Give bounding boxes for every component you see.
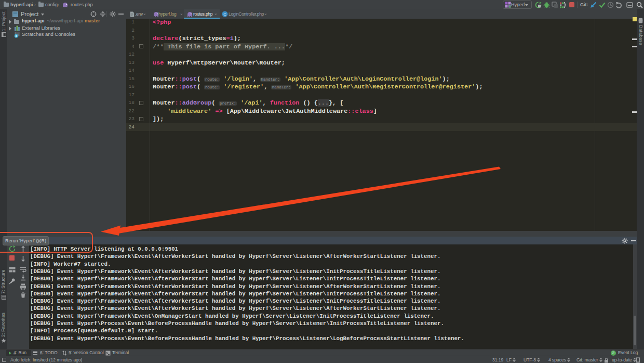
svg-text:C: C bbox=[223, 12, 226, 17]
